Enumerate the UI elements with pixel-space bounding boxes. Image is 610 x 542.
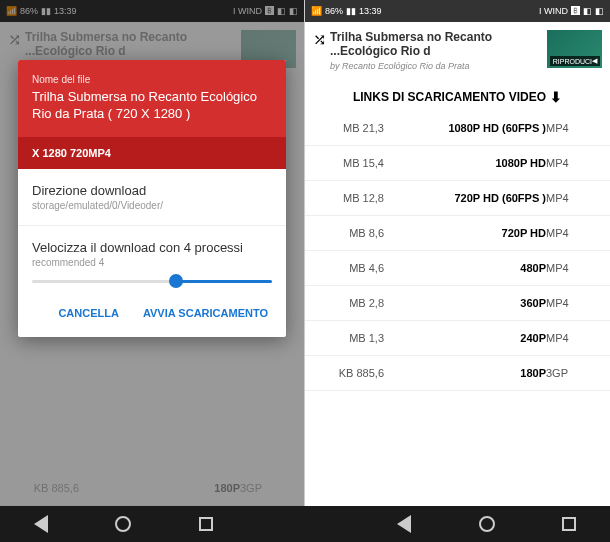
filename-value[interactable]: Trilha Submersa no Recanto Ecológico Rio… (32, 89, 272, 123)
row-resolution: 1080P HD (60FPS ) (384, 122, 546, 134)
resolution-value: 720 X 1280 (32, 147, 88, 159)
phone-right: ◧◧🅱I WIND 13:39▮▮86%📶 ◀ RIPRODUCI Trilha… (305, 0, 610, 506)
row-format: MP4 (546, 297, 596, 309)
download-option-row[interactable]: MP4720P HD (60FPS )12,8 MB (305, 181, 610, 216)
download-icon: ⬇ (550, 89, 562, 105)
row-size: 8,6 MB (319, 227, 384, 239)
row-format: MP4 (546, 192, 596, 204)
row-resolution: 240P (384, 332, 546, 344)
dir-label: Direzione download (32, 183, 272, 198)
row-resolution: 720P HD (384, 227, 546, 239)
download-option-row[interactable]: MP41080P HD15,4 MB (305, 146, 610, 181)
row-format: MP4 (546, 157, 596, 169)
row-size: 12,8 MB (319, 192, 384, 204)
android-nav-bar (0, 506, 610, 542)
download-dir-section[interactable]: Direzione download /storage/emulated/0/V… (18, 169, 286, 226)
row-resolution: 180P (384, 367, 546, 379)
download-option-row[interactable]: 3GP180P885,6 KB (305, 356, 610, 391)
row-format: MP4 (546, 332, 596, 344)
speed-label: Velocizza il download con 4 processi (32, 240, 272, 255)
dir-path: /storage/emulated/0/Videoder (32, 200, 272, 211)
recent-apps-button[interactable] (199, 517, 213, 531)
download-option-row[interactable]: MP4720P HD8,6 MB (305, 216, 610, 251)
download-list: MP41080P HD (60FPS )21,3 MBMP41080P HD15… (305, 111, 610, 506)
cancel-button[interactable]: CANCELLA (48, 301, 129, 325)
row-resolution: 720P HD (60FPS ) (384, 192, 546, 204)
format-value: MP4 (88, 147, 272, 159)
row-size: 21,3 MB (319, 122, 384, 134)
back-button[interactable] (397, 515, 411, 533)
phone-left: ◧◧🅱I WIND 13:39▮▮86%📶 Trilha Submersa no… (0, 0, 305, 506)
download-option-row[interactable]: MP41080P HD (60FPS )21,3 MB (305, 111, 610, 146)
app-header: ◀ RIPRODUCI Trilha Submersa no Recanto E… (305, 22, 610, 79)
speed-slider[interactable] (32, 280, 272, 283)
row-size: 2,8 MB (319, 297, 384, 309)
recent-apps-button[interactable] (562, 517, 576, 531)
download-dialog: Nome del file Trilha Submersa no Recanto… (18, 60, 286, 337)
home-button[interactable] (115, 516, 131, 532)
row-size: 1,3 MB (319, 332, 384, 344)
row-format: 3GP (546, 367, 596, 379)
row-format: MP4 (546, 262, 596, 274)
row-format: MP4 (546, 227, 596, 239)
play-button[interactable]: ◀ RIPRODUCI (550, 56, 600, 66)
speed-sub: 4 recommended (32, 257, 272, 268)
row-resolution: 480P (384, 262, 546, 274)
status-bar: ◧◧🅱I WIND 13:39▮▮86%📶 (305, 0, 610, 22)
home-button[interactable] (479, 516, 495, 532)
download-option-row[interactable]: MP4360P2,8 MB (305, 286, 610, 321)
row-format: MP4 (546, 122, 596, 134)
filename-label: Nome del file (32, 74, 272, 85)
confirm-button[interactable]: AVVIA SCARICAMENTO (133, 301, 278, 325)
format-bar[interactable]: MP4 720 X 1280 (18, 137, 286, 169)
row-size: 4,6 MB (319, 262, 384, 274)
video-title: Trilha Submersa no Recanto Ecológico Rio… (330, 30, 539, 59)
back-button[interactable] (34, 515, 48, 533)
video-author: by Recanto Ecológico Rio da Prata (330, 61, 539, 71)
row-size: 15,4 MB (319, 157, 384, 169)
row-size: 885,6 KB (319, 367, 384, 379)
row-resolution: 1080P HD (384, 157, 546, 169)
share-icon[interactable]: ⤮ (313, 30, 326, 49)
slider-thumb[interactable] (169, 274, 183, 288)
speed-section: Velocizza il download con 4 processi 4 r… (18, 226, 286, 272)
section-title: ⬇ LINKS DI SCARICAMENTO VIDEO (305, 79, 610, 111)
video-thumbnail[interactable]: ◀ RIPRODUCI (547, 30, 602, 68)
row-resolution: 360P (384, 297, 546, 309)
download-option-row[interactable]: MP4480P4,6 MB (305, 251, 610, 286)
download-option-row[interactable]: MP4240P1,3 MB (305, 321, 610, 356)
